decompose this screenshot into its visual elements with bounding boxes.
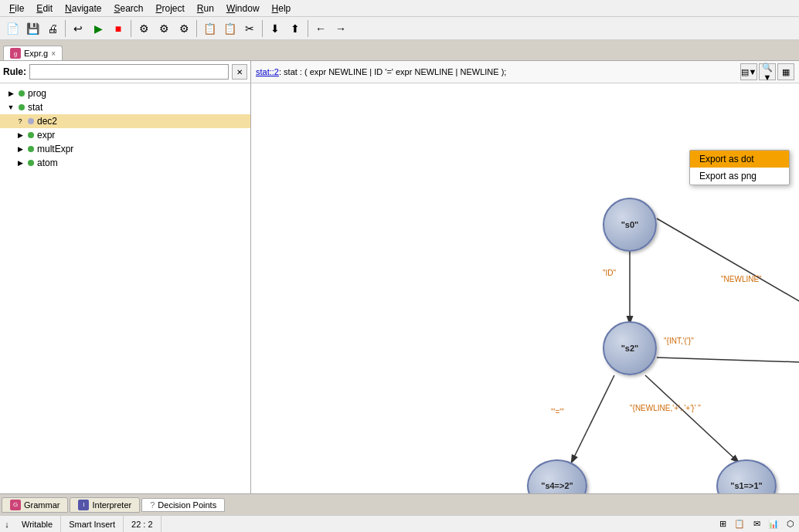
dot-expr (28, 132, 34, 138)
tab-exprg[interactable]: g Expr.g × (3, 46, 63, 60)
rule-clear-btn[interactable]: ✕ (232, 64, 247, 80)
tree-label-dec2: dec2 (37, 116, 57, 127)
undo-btn[interactable]: ↩ (69, 19, 87, 38)
statusbar-icon-5[interactable]: ⬡ (782, 516, 799, 533)
menu-edit[interactable]: Edit (30, 2, 59, 15)
tree: ▶ prog ▼ stat ? dec2 ▶ (0, 83, 250, 493)
tree-item-atom[interactable]: ▶ atom (0, 156, 250, 170)
tool3[interactable]: ⚙ (175, 19, 193, 38)
tool2[interactable]: ⚙ (155, 19, 173, 38)
dot-atom (28, 160, 34, 166)
statusbar-icon-2[interactable]: 📋 (731, 516, 748, 533)
svg-line-2 (657, 357, 799, 365)
tool6[interactable]: ✂ (240, 19, 259, 38)
sidebar: Rule: ✕ ▶ prog ▼ stat ? (0, 61, 251, 493)
edge-label-id: "ID" (603, 269, 616, 277)
main-container: g Expr.g × Rule: ✕ ▶ prog ▼ (0, 40, 799, 532)
tree-label-atom: atom (37, 158, 58, 168)
dot-dec2 (28, 118, 34, 124)
tree-item-multexpr[interactable]: ▶ multExpr (0, 142, 250, 156)
dropdown-menu: Export as dot Export as png (689, 150, 790, 185)
expand-atom-icon: ▶ (15, 158, 25, 168)
rule-label: Rule: (3, 66, 26, 77)
bottom-tab-grammar[interactable]: G Grammar (2, 497, 68, 513)
menu-file[interactable]: File (3, 2, 30, 15)
statusbar-icon-1[interactable]: ⊞ (714, 516, 731, 533)
statusbar: ↓ Writable Smart Insert 22 : 2 ⊞ 📋 ✉ 📊 ⬡ (0, 515, 799, 532)
export-png-item[interactable]: Export as png (690, 168, 789, 185)
rule-input[interactable] (29, 64, 229, 80)
menu-project[interactable]: Project (149, 2, 190, 15)
tool5[interactable]: 📋 (220, 19, 239, 38)
expand-stat-icon: ▼ (6, 103, 15, 112)
dp-question-icon: ? (150, 500, 155, 510)
graph-rule-text: stat::2: stat : ( expr NEWLINE | ID '=' … (256, 67, 740, 76)
edge-label-newline: "NEWLINE" (721, 275, 762, 283)
graph-rule-link[interactable]: stat::2 (256, 67, 279, 76)
menu-navigate[interactable]: Navigate (59, 2, 107, 15)
new-btn[interactable]: 📄 (3, 19, 22, 38)
tree-item-prog[interactable]: ▶ prog (0, 86, 250, 100)
dot-multexpr (28, 146, 34, 152)
tree-item-dec2[interactable]: ? dec2 (0, 114, 250, 128)
statusbar-insert: Smart Insert (61, 516, 124, 532)
content-area: Rule: ✕ ▶ prog ▼ stat ? (0, 60, 799, 493)
back-btn[interactable]: ← (311, 19, 330, 38)
tab-label: Expr.g (24, 49, 48, 58)
save-btn[interactable]: 💾 (23, 19, 42, 38)
node-s4-label: "s4=>2" (541, 481, 573, 490)
node-s2: "s2" (603, 321, 657, 375)
tool4[interactable]: 📋 (200, 19, 219, 38)
export-dot-item[interactable]: Export as dot (690, 151, 789, 168)
tree-label-prog: prog (28, 88, 46, 99)
menu-window[interactable]: Window (220, 2, 266, 15)
graph-toolbar: ▤▼ 🔍▼ ▦ (740, 63, 794, 80)
node-s1-label: "s1=>1" (730, 481, 763, 490)
edges-svg (251, 83, 799, 493)
svg-line-3 (572, 375, 614, 462)
edge-label-int: "{INT,'('}" (664, 337, 694, 345)
interpreter-icon: I (78, 500, 89, 510)
interpreter-label: Interpreter (92, 500, 131, 510)
print-btn[interactable]: 🖨 (43, 19, 62, 38)
tab-bar: g Expr.g × (0, 40, 799, 60)
graph-header-suffix: : stat : ( expr NEWLINE | ID '=' expr NE… (279, 67, 506, 76)
statusbar-right: ⊞ 📋 ✉ 📊 ⬡ (714, 516, 799, 533)
graph-extra-btn[interactable]: ▦ (777, 63, 794, 80)
tree-item-stat[interactable]: ▼ stat (0, 100, 250, 114)
statusbar-position: 22 : 2 (124, 516, 162, 532)
svg-line-4 (645, 375, 738, 462)
sep4 (262, 20, 263, 37)
grammar-label: Grammar (24, 500, 60, 510)
sep1 (65, 20, 66, 37)
tab-close[interactable]: × (51, 49, 56, 58)
graph-area: stat::2: stat : ( expr NEWLINE | ID '=' … (251, 61, 799, 493)
forward-btn[interactable]: → (332, 19, 350, 38)
sep2 (131, 20, 131, 37)
grammar-icon: G (10, 500, 21, 510)
run-btn[interactable]: ▶ (89, 19, 107, 38)
bottom-tab-decision-points[interactable]: ? Decision Points (141, 498, 225, 512)
stop-btn[interactable]: ■ (109, 19, 128, 38)
sep3 (196, 20, 197, 37)
tree-label-multexpr: multExpr (37, 144, 73, 154)
tree-item-expr[interactable]: ▶ expr (0, 128, 250, 142)
menu-help[interactable]: Help (266, 2, 298, 15)
tool1[interactable]: ⚙ (134, 19, 153, 38)
edge-label-newline2: "{NEWLINE,'+'..'+'}' " (630, 404, 701, 412)
graph-header: stat::2: stat : ( expr NEWLINE | ID '=' … (251, 61, 799, 83)
menu-run[interactable]: Run (191, 2, 220, 15)
tree-label-stat: stat (28, 102, 42, 113)
menu-search[interactable]: Search (107, 2, 149, 15)
graph-view-btn[interactable]: ▤▼ (740, 63, 757, 80)
graph-zoom-btn[interactable]: 🔍▼ (759, 63, 776, 80)
dot-prog (19, 90, 25, 97)
statusbar-icon-3[interactable]: ✉ (748, 516, 765, 533)
tool8[interactable]: ⬆ (286, 19, 304, 38)
dot-stat (19, 104, 25, 110)
tool7[interactable]: ⬇ (266, 19, 284, 38)
bottom-tab-interpreter[interactable]: I Interpreter (70, 497, 140, 513)
statusbar-icon-4[interactable]: 📊 (765, 516, 782, 533)
graph-canvas[interactable]: "ID" "NEWLINE" "{INT,'('}" "'='" "{NEWLI… (251, 83, 799, 493)
expand-multexpr-icon: ▶ (15, 144, 25, 154)
